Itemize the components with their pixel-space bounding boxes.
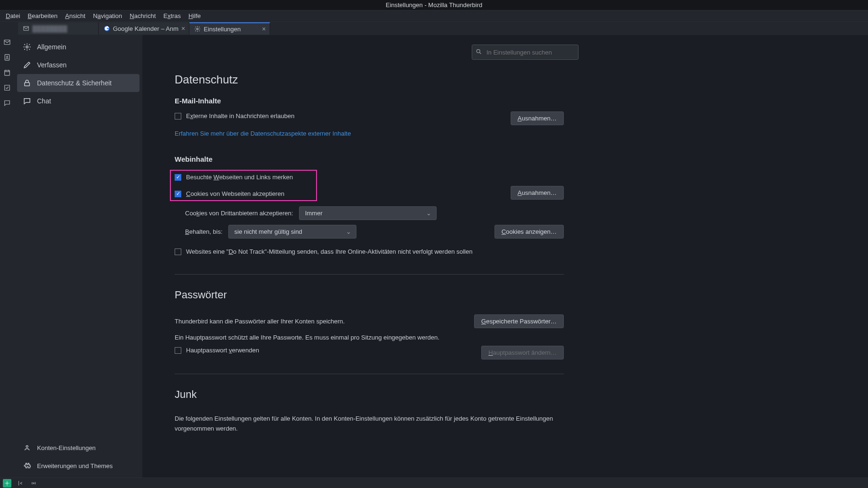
network-status-icon[interactable] bbox=[29, 479, 38, 488]
menu-datei[interactable]: Datei bbox=[2, 12, 24, 19]
gear-icon bbox=[194, 26, 201, 32]
show-cookies-button[interactable]: Cookies anzeigen… bbox=[495, 225, 564, 239]
sidebar-item-label: Chat bbox=[37, 97, 51, 105]
cookie-exceptions-button[interactable]: Ausnahmen… bbox=[511, 186, 564, 200]
accept-cookies-row[interactable]: ✓ Cookies von Webseiten akzeptieren bbox=[175, 190, 284, 197]
google-icon bbox=[103, 25, 110, 32]
tab-settings[interactable]: Einstellungen × bbox=[189, 22, 270, 35]
use-master-password-label: Hauptpasswort verwenden bbox=[186, 347, 259, 354]
saved-passwords-button[interactable]: Gespeicherte Passwörter… bbox=[474, 314, 564, 328]
change-master-password-button: Hauptpasswort ändern… bbox=[481, 346, 564, 359]
sidebar-item-privacy[interactable]: Datenschutz & Sicherheit bbox=[17, 74, 140, 92]
third-party-select[interactable]: Immer ⌄ bbox=[299, 206, 437, 220]
sidebar-item-label: Allgemein bbox=[37, 43, 66, 51]
svg-point-11 bbox=[476, 49, 480, 53]
statusbar bbox=[0, 478, 868, 488]
mail-icon[interactable] bbox=[3, 38, 11, 46]
remember-visited-row[interactable]: ✓ Besuchte Webseiten und Links merken bbox=[175, 174, 293, 181]
tab-account-label: ████████ bbox=[32, 25, 67, 32]
tasks-icon[interactable] bbox=[3, 83, 11, 92]
svg-point-5 bbox=[7, 56, 8, 57]
account-icon bbox=[23, 443, 31, 452]
menu-navigation[interactable]: Navigation bbox=[89, 12, 126, 19]
sidebar-item-extensions[interactable]: Erweiterungen und Themes bbox=[17, 457, 140, 475]
allow-remote-content-row[interactable]: Externe Inhalte in Nachrichten erlauben bbox=[175, 112, 294, 120]
svg-point-12 bbox=[7, 482, 8, 484]
keep-until-select[interactable]: sie nicht mehr gültig sind ⌄ bbox=[228, 225, 356, 239]
master-password-desc: Ein Hauptpasswort schützt alle Ihre Pass… bbox=[175, 334, 439, 341]
junk-desc: Die folgenden Einstellungen gelten für a… bbox=[175, 414, 564, 434]
sidebar-item-label: Datenschutz & Sicherheit bbox=[37, 79, 112, 87]
accept-cookies-label: Cookies von Webseiten akzeptieren bbox=[186, 190, 284, 197]
chevron-down-icon: ⌄ bbox=[426, 210, 431, 217]
search-icon bbox=[476, 48, 482, 55]
allow-remote-content-label: Externe Inhalte in Nachrichten erlauben bbox=[186, 112, 294, 120]
lock-icon bbox=[23, 79, 31, 87]
use-master-password-checkbox[interactable] bbox=[175, 347, 181, 354]
sidebar-item-account-settings[interactable]: Konten-Einstellungen bbox=[17, 439, 140, 457]
dnt-checkbox[interactable] bbox=[175, 249, 181, 255]
window-title: Einstellungen - Mozilla Thunderbird bbox=[0, 0, 868, 10]
menu-extras[interactable]: Extras bbox=[159, 12, 185, 19]
tabs-row: ████████ Google Kalender – Anm × Einstel… bbox=[0, 22, 868, 35]
menu-bearbeiten[interactable]: Bearbeiten bbox=[24, 12, 61, 19]
mail-icon bbox=[23, 25, 29, 32]
dnt-label: Websites eine "Do Not Track"-Mitteilung … bbox=[186, 248, 473, 255]
email-content-heading: E-Mail-Inhalte bbox=[175, 97, 564, 105]
dnt-row[interactable]: Websites eine "Do Not Track"-Mitteilung … bbox=[175, 248, 473, 255]
svg-rect-9 bbox=[25, 83, 30, 86]
third-party-value: Immer bbox=[305, 210, 323, 217]
sidebar-item-general[interactable]: Allgemein bbox=[17, 38, 140, 56]
passwords-heading: Passwörter bbox=[175, 289, 564, 301]
tab-google-calendar-label: Google Kalender – Anm bbox=[113, 25, 178, 32]
privacy-heading: Datenschutz bbox=[175, 73, 564, 86]
svg-point-8 bbox=[26, 46, 28, 48]
svg-rect-6 bbox=[5, 70, 10, 75]
remember-visited-checkbox[interactable]: ✓ bbox=[175, 174, 181, 181]
sidebar-item-compose[interactable]: Verfassen bbox=[17, 56, 140, 74]
tab-settings-label: Einstellungen bbox=[204, 26, 241, 33]
chat-icon[interactable] bbox=[3, 99, 11, 107]
left-rail bbox=[0, 35, 14, 478]
search-input[interactable] bbox=[472, 45, 579, 60]
use-master-password-row[interactable]: Hauptpasswort verwenden bbox=[175, 347, 259, 354]
accept-cookies-checkbox[interactable]: ✓ bbox=[175, 191, 181, 197]
menu-hilfe[interactable]: Hilfe bbox=[185, 12, 205, 19]
sidebar-item-label: Konten-Einstellungen bbox=[37, 444, 96, 451]
calendar-icon[interactable] bbox=[3, 68, 11, 77]
svg-point-2 bbox=[196, 28, 198, 30]
junk-heading: Junk bbox=[175, 388, 564, 401]
content-pane: Datenschutz E-Mail-Inhalte Externe Inhal… bbox=[142, 35, 868, 478]
settings-sidebar: Allgemein Verfassen Datenschutz & Sicher… bbox=[14, 35, 142, 478]
sidebar-item-chat[interactable]: Chat bbox=[17, 92, 140, 110]
tab-account[interactable]: ████████ bbox=[18, 22, 99, 35]
chevron-down-icon: ⌄ bbox=[346, 228, 351, 235]
collapse-left-icon[interactable] bbox=[16, 479, 25, 488]
menu-ansicht[interactable]: Ansicht bbox=[61, 12, 89, 19]
tab-google-calendar[interactable]: Google Kalender – Anm × bbox=[99, 22, 189, 35]
sidebar-item-label: Erweiterungen und Themes bbox=[37, 462, 112, 470]
passwords-desc: Thunderbird kann die Passwörter aller Ih… bbox=[175, 318, 345, 325]
svg-rect-7 bbox=[5, 85, 10, 91]
close-icon[interactable]: × bbox=[181, 25, 185, 32]
menubar: Datei Bearbeiten Ansicht Navigation Nach… bbox=[0, 10, 868, 22]
addons-status-icon[interactable] bbox=[3, 479, 11, 488]
third-party-label: Cookies von Drittanbietern akzeptieren: bbox=[185, 210, 293, 217]
learn-more-link[interactable]: Erfahren Sie mehr über die Datenschutzas… bbox=[175, 130, 351, 137]
remote-exceptions-button[interactable]: Ausnahmen… bbox=[511, 111, 564, 125]
chat-icon bbox=[23, 97, 31, 105]
search-wrap bbox=[472, 45, 579, 60]
svg-point-10 bbox=[26, 445, 28, 447]
allow-remote-content-checkbox[interactable] bbox=[175, 113, 181, 120]
close-icon[interactable]: × bbox=[262, 25, 266, 33]
keep-until-label: Behalten, bis: bbox=[185, 228, 223, 235]
web-content-heading: Webinhalte bbox=[175, 155, 564, 163]
keep-until-value: sie nicht mehr gültig sind bbox=[234, 228, 302, 235]
menu-nachricht[interactable]: Nachricht bbox=[126, 12, 159, 19]
addressbook-icon[interactable] bbox=[3, 53, 11, 62]
remember-visited-label: Besuchte Webseiten und Links merken bbox=[186, 174, 293, 181]
puzzle-icon bbox=[23, 461, 31, 470]
svg-point-13 bbox=[33, 482, 34, 483]
highlight-annotation: ✓ Besuchte Webseiten und Links merken ✓ … bbox=[170, 170, 317, 201]
gear-icon bbox=[23, 43, 31, 51]
